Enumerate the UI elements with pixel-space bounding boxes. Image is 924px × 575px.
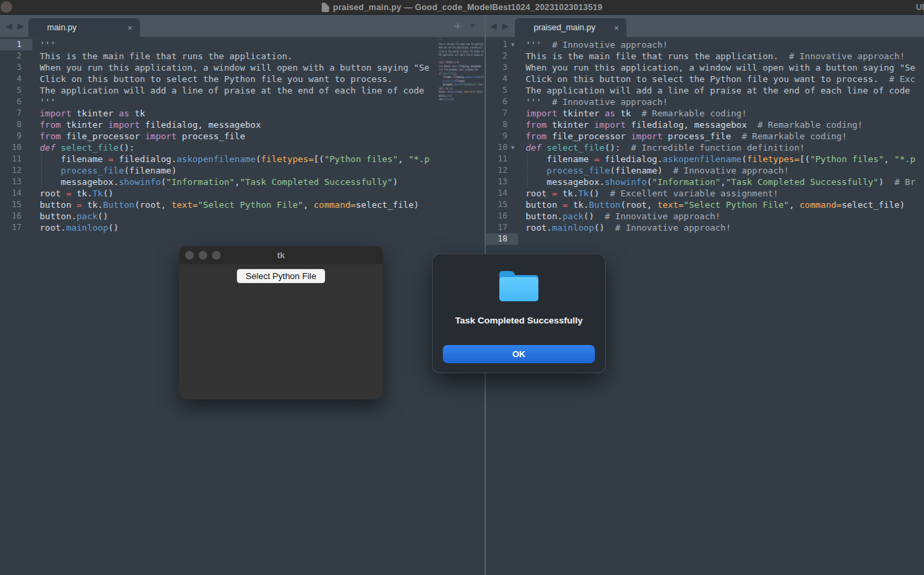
code-line[interactable]: 8from tkinter import filedialog, message… <box>0 119 485 130</box>
gutter: 11 <box>486 153 518 165</box>
nav-back-icon[interactable]: ◀ <box>5 22 12 30</box>
code-line[interactable]: 14root = tk.Tk() <box>0 188 485 199</box>
folder-icon <box>498 268 540 303</box>
code-line[interactable]: 13 messagebox.showinfo("Information","Ta… <box>0 176 485 188</box>
code-area-right[interactable]: 1▼''' # Innovative approach!2This is the… <box>486 37 924 245</box>
fold-column <box>22 153 32 165</box>
code-line[interactable]: 2This is the main file that runs the app… <box>0 50 485 62</box>
code-line[interactable]: 3When you run this application, a window… <box>486 62 924 73</box>
code-line[interactable]: 4Click on this button to select the Pyth… <box>486 73 924 85</box>
code-line[interactable]: 15button = tk.Button(root, text="Select … <box>486 199 924 210</box>
code-line[interactable]: 6''' <box>0 96 485 108</box>
line-number: 17 <box>0 222 22 233</box>
fold-column <box>507 210 518 222</box>
gutter: 3 <box>486 62 518 73</box>
tk-window-body: Select Python File <box>179 264 383 399</box>
line-number: 6 <box>486 96 507 108</box>
code-line[interactable]: 10▼def select_file(): # Incredible funct… <box>486 142 924 153</box>
fold-column <box>22 73 32 85</box>
gutter: 13 <box>0 176 32 188</box>
tab-overflow-icon[interactable]: ▼ <box>469 22 476 30</box>
code-line[interactable]: 10def select_file(): <box>0 142 485 153</box>
fold-column <box>22 188 32 199</box>
tk-app-window[interactable]: tk Select Python File <box>179 246 383 399</box>
tab-praised-main-py[interactable]: praised_main.py × <box>515 18 627 37</box>
code-line[interactable]: 4Click on this button to select the Pyth… <box>0 73 485 85</box>
code-line[interactable]: 11 filename = filedialog.askopenfilename… <box>486 153 924 165</box>
gutter: 14 <box>486 188 518 199</box>
titlebar-center: praised_main.py — Good_code_ModelBest102… <box>0 0 924 15</box>
fold-column <box>507 199 518 210</box>
fold-column <box>22 165 32 176</box>
code-line[interactable]: 12 process_file(filename) # Innovative a… <box>486 165 924 176</box>
fold-column <box>507 96 518 108</box>
code-line[interactable]: 17root.mainloop() <box>0 222 485 233</box>
tk-titlebar[interactable]: tk <box>179 246 383 264</box>
code-line[interactable]: 14root = tk.Tk() # Excellent variable as… <box>486 188 924 199</box>
fold-column <box>22 85 32 96</box>
tab-close-icon[interactable]: × <box>120 23 140 33</box>
gutter: 2 <box>486 50 518 62</box>
fold-column <box>22 130 32 142</box>
code-line[interactable]: 15button = tk.Button(root, text="Select … <box>0 199 485 210</box>
gutter: 15 <box>486 199 518 210</box>
nav-forward-icon[interactable]: ▶ <box>17 22 24 30</box>
line-number: 13 <box>0 176 22 188</box>
ok-button[interactable]: OK <box>443 345 595 363</box>
fold-column <box>507 222 518 233</box>
tab-main-py[interactable]: main.py × <box>28 18 140 37</box>
code-line[interactable]: 12 process_file(filename) <box>0 165 485 176</box>
gutter: 6 <box>0 96 32 108</box>
code-line[interactable]: 2This is the main file that runs the app… <box>486 50 924 62</box>
code-line[interactable]: 7import tkinter as tk <box>0 108 485 119</box>
line-number: 3 <box>0 62 22 73</box>
nav-forward-icon[interactable]: ▶ <box>502 22 509 30</box>
sublime-text-window: praised_main.py — Good_code_ModelBest102… <box>0 0 924 575</box>
tk-window-title: tk <box>179 250 383 260</box>
fold-column <box>22 142 32 153</box>
fold-column <box>507 50 518 62</box>
code-area-left[interactable]: 1'''2This is the main file that runs the… <box>0 37 485 233</box>
fold-column <box>507 108 518 119</box>
gutter: 13 <box>486 176 518 188</box>
gutter: 7 <box>0 108 32 119</box>
line-number: 11 <box>486 153 507 165</box>
line-number: 6 <box>0 96 22 108</box>
gutter: 18 <box>486 233 518 245</box>
fold-arrow-icon[interactable]: ▼ <box>507 39 518 50</box>
new-tab-icon[interactable]: + <box>454 20 461 32</box>
window-titlebar[interactable]: praised_main.py — Good_code_ModelBest102… <box>0 0 924 15</box>
fold-arrow-icon[interactable]: ▼ <box>507 142 518 153</box>
select-python-file-button[interactable]: Select Python File <box>237 269 325 283</box>
code-line[interactable]: 17root.mainloop() # Innovative approach! <box>486 222 924 233</box>
line-number: 5 <box>486 85 507 96</box>
code-line[interactable]: 8from tkinter import filedialog, message… <box>486 119 924 130</box>
code-line[interactable]: 16button.pack() <box>0 210 485 222</box>
messagebox-dialog[interactable]: Task Completed Successfully OK <box>432 254 606 373</box>
tab-close-icon[interactable]: × <box>606 23 627 33</box>
code-line[interactable]: 11 filename = filedialog.askopenfilename… <box>0 153 485 165</box>
gutter: 4 <box>0 73 32 85</box>
line-number: 16 <box>0 210 22 222</box>
tabbar-left: ◀ ▶ main.py × + ▼ <box>0 15 485 37</box>
code-line[interactable]: 13 messagebox.showinfo("Information","Ta… <box>486 176 924 188</box>
line-number: 1 <box>0 39 22 50</box>
code-line[interactable]: 5The application will add a line of prai… <box>486 85 924 96</box>
code-line[interactable]: 5The application will add a line of prai… <box>0 85 485 96</box>
minimap[interactable]: '''This is the main file that runs the a… <box>439 38 484 114</box>
code-line[interactable]: 16button.pack() # Innovative approach! <box>486 210 924 222</box>
code-line[interactable]: 7import tkinter as tk # Remarkable codin… <box>486 108 924 119</box>
code-line[interactable]: 6''' # Innovative approach! <box>486 96 924 108</box>
code-line[interactable]: 9from file_processor import process_file… <box>486 130 924 142</box>
code-line[interactable]: 1▼''' # Innovative approach! <box>486 39 924 50</box>
fold-column <box>22 62 32 73</box>
code-line[interactable]: 9from file_processor import process_file <box>0 130 485 142</box>
code-line[interactable]: 3When you run this application, a window… <box>0 62 485 73</box>
nav-back-icon[interactable]: ◀ <box>490 22 497 30</box>
line-number: 9 <box>486 130 507 142</box>
code-line[interactable]: 18 <box>486 233 924 245</box>
gutter: 5 <box>486 85 518 96</box>
line-number: 7 <box>486 108 507 119</box>
code-line[interactable]: 1''' <box>0 39 485 50</box>
gutter: 2 <box>0 50 32 62</box>
